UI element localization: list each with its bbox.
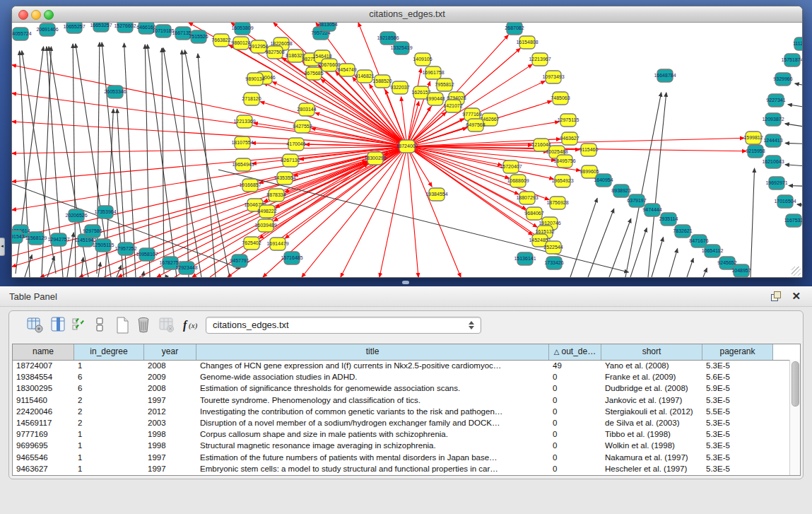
graph-node[interactable]: 1421072	[443, 100, 462, 112]
graph-node[interactable]: 16154808	[516, 36, 538, 49]
graph-node[interactable]: 1599812	[743, 132, 763, 144]
table-row[interactable]: 911546021997Tourette syndrome. Phenomeno…	[13, 395, 800, 407]
graph-node[interactable]: 17353964	[94, 206, 116, 218]
graph-node[interactable]: 16039489	[254, 219, 276, 232]
graph-node[interactable]: 8267130	[281, 154, 300, 167]
graph-node[interactable]: 2935114	[659, 213, 678, 226]
new-column-icon[interactable]	[114, 316, 132, 336]
graph-node[interactable]: 8454749	[337, 64, 356, 76]
graph-node[interactable]: 9297586	[83, 225, 102, 238]
graph-node[interactable]: 18300295	[364, 152, 386, 165]
graph-node[interactable]: 9463627	[560, 132, 579, 145]
graph-node[interactable]: 9227341	[766, 94, 785, 107]
table-vertical-scrollbar[interactable]	[789, 360, 800, 475]
graph-node[interactable]: 1244413	[763, 134, 782, 147]
table-settings-icon[interactable]	[26, 316, 45, 336]
graph-node[interactable]: 20206526	[65, 209, 87, 222]
column-visibility-icon[interactable]	[49, 316, 68, 336]
west-panel-expand-handle[interactable]: ◂	[0, 238, 5, 256]
column-header-name[interactable]: name	[13, 344, 74, 360]
graph-node[interactable]: 2718120	[242, 93, 261, 105]
graph-node[interactable]: 3675685	[304, 67, 323, 80]
table-row[interactable]: 977716911998Corpus callosum shape and si…	[13, 429, 800, 440]
graph-node[interactable]: 9827508	[265, 46, 284, 59]
graph-node[interactable]: 12505115	[93, 239, 114, 252]
graph-node[interactable]: 9684067	[524, 207, 543, 220]
float-panel-icon[interactable]	[771, 291, 781, 301]
graph-node[interactable]: 11568129	[25, 232, 47, 245]
graph-node[interactable]: 9115460	[579, 144, 599, 156]
graph-node[interactable]: 9474444	[642, 204, 661, 216]
select-all-icon[interactable]	[71, 316, 89, 336]
graph-node[interactable]: 6497568	[466, 119, 485, 132]
table-row[interactable]: 1938455462009Genome-wide association stu…	[13, 372, 800, 383]
graph-node[interactable]: 9215958	[746, 145, 765, 158]
graph-node[interactable]: 8427552	[293, 120, 312, 133]
graph-node[interactable]: 13325419	[390, 42, 412, 54]
graph-node[interactable]: 8938923	[611, 185, 630, 197]
column-header-title[interactable]: title	[196, 344, 549, 360]
close-panel-icon[interactable]: ✕	[792, 290, 801, 303]
scrollbar-thumb[interactable]	[792, 361, 799, 407]
graph-node[interactable]: 15751874	[781, 54, 802, 66]
column-header-out_de[interactable]: △out_de…	[549, 344, 601, 360]
graph-node[interactable]: 26053346	[104, 86, 126, 98]
graph-node[interactable]: 1588520	[372, 75, 392, 88]
graph-node[interactable]: 19692971	[765, 177, 787, 189]
graph-node[interactable]: 19654943	[232, 158, 254, 171]
graph-node[interactable]: 4170046	[286, 138, 305, 151]
graph-node[interactable]: 9329966	[773, 73, 792, 86]
graph-node[interactable]: 15136141	[514, 252, 536, 265]
graph-node[interactable]: 18724007	[396, 140, 418, 153]
graph-node[interactable]: 10654112	[702, 245, 724, 257]
graph-node[interactable]: 20691406	[36, 23, 58, 36]
table-row[interactable]: 946362711997Embryonic stem cells: a mode…	[13, 464, 800, 475]
window-titlebar[interactable]: citations_edges.txt	[12, 6, 802, 23]
graph-node[interactable]: 9890134	[245, 73, 264, 86]
graph-node[interactable]: 15716485	[281, 252, 302, 264]
graph-node[interactable]: 12213369	[233, 115, 255, 128]
graph-node[interactable]: 12213967	[529, 53, 551, 66]
table-row[interactable]: 969969511998Structural magnetic resonanc…	[13, 440, 800, 452]
graph-node[interactable]: 7625402	[242, 237, 261, 250]
graph-node[interactable]: 18107554	[231, 136, 253, 149]
window-resize-grip[interactable]	[792, 267, 801, 276]
graph-node[interactable]: 19654923	[551, 175, 573, 187]
graph-node[interactable]: 1167533	[784, 214, 802, 227]
graph-node[interactable]: 6379197	[627, 194, 646, 207]
graph-node[interactable]: 10973493	[542, 71, 564, 83]
graph-node[interactable]: 10688609	[507, 175, 529, 187]
graph-node[interactable]: 17016504	[774, 195, 796, 208]
column-header-pagerank[interactable]: pagerank	[702, 344, 773, 360]
graph-node[interactable]: 15720407	[500, 160, 522, 173]
graph-node[interactable]: 17957252	[114, 243, 136, 255]
graph-node[interactable]: 12942757	[47, 233, 69, 246]
panel-splitter-handle[interactable]	[402, 281, 409, 284]
table-row[interactable]: 1830029562008Estimation of significance …	[13, 383, 800, 395]
graph-node[interactable]: 1112905	[793, 37, 802, 50]
graph-node[interactable]: 16648784	[654, 69, 676, 82]
graph-node[interactable]: 16210643	[762, 156, 784, 168]
graph-node[interactable]: 2522544	[543, 241, 563, 254]
column-header-short[interactable]: short	[601, 344, 702, 360]
column-header-year[interactable]: year	[144, 344, 196, 360]
graph-node[interactable]: 7485063	[551, 92, 570, 105]
graph-node[interactable]: 9146821	[355, 70, 374, 83]
graph-node[interactable]: 1733426	[544, 257, 563, 269]
graph-node[interactable]: 12923448	[175, 262, 197, 274]
graph-node[interactable]: 8878334	[266, 189, 286, 201]
graph-node[interactable]: 16053809	[231, 23, 253, 35]
graph-node[interactable]: 24055724	[12, 28, 32, 40]
graph-node[interactable]: 9457791	[230, 255, 249, 267]
graph-node[interactable]: 8498222	[257, 205, 276, 218]
graph-node[interactable]: 18807293	[516, 192, 538, 204]
table-source-select[interactable]: citations_edges.txt	[206, 317, 481, 334]
graph-node[interactable]: 9322037	[390, 81, 409, 94]
function-builder-icon[interactable]: f(x)	[182, 316, 200, 336]
graph-node[interactable]: 1990448	[425, 93, 445, 105]
table-row[interactable]: 2242004622012Investigating the contribut…	[13, 407, 800, 418]
graph-node[interactable]: 19384554	[425, 188, 447, 201]
graph-node[interactable]: 14353554	[273, 172, 295, 185]
graph-node[interactable]: 12975115	[558, 114, 579, 127]
graph-node[interactable]: 18756928	[546, 197, 568, 209]
